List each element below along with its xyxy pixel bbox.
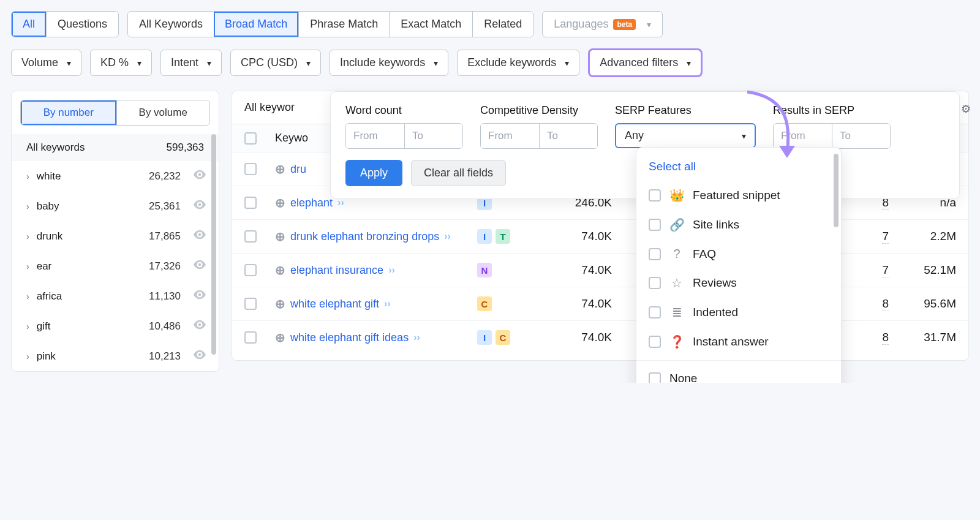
- add-icon[interactable]: ⊕: [275, 194, 285, 212]
- add-icon[interactable]: ⊕: [275, 227, 285, 246]
- keyword-link[interactable]: dru: [290, 161, 306, 178]
- checkbox[interactable]: [649, 277, 661, 289]
- sidebar-item-name: drunk: [37, 230, 141, 243]
- keyword-link[interactable]: white elephant gift ideas: [290, 330, 409, 346]
- add-icon[interactable]: ⊕: [275, 328, 285, 347]
- comp-density-from[interactable]: [481, 124, 539, 148]
- serp-features-select[interactable]: Any ▾: [615, 123, 756, 148]
- filter-exclude[interactable]: Exclude keywords▾: [457, 50, 579, 76]
- tab-questions[interactable]: Questions: [46, 12, 118, 37]
- checkbox[interactable]: [649, 336, 661, 348]
- sidebar-item[interactable]: › pink 10,213: [12, 341, 219, 371]
- add-icon[interactable]: ⊕: [275, 160, 285, 178]
- filter-volume[interactable]: Volume▾: [11, 50, 81, 76]
- tab-exact-match[interactable]: Exact Match: [389, 12, 472, 37]
- sidebar-header[interactable]: All keywords 599,363: [12, 134, 219, 161]
- filter-kd[interactable]: KD %▾: [90, 50, 152, 76]
- word-count-to[interactable]: [404, 124, 462, 148]
- sidebar-item[interactable]: › gift 10,486: [12, 311, 219, 341]
- sidebar-item-count: 26,232: [149, 170, 181, 183]
- eye-icon[interactable]: [193, 290, 206, 303]
- svg-point-4: [198, 293, 202, 296]
- double-chevron-icon[interactable]: ››: [388, 263, 395, 277]
- scrollbar[interactable]: [834, 154, 839, 227]
- eye-icon[interactable]: [193, 260, 206, 273]
- row-checkbox[interactable]: [244, 163, 257, 175]
- chevron-right-icon: ›: [26, 232, 29, 241]
- serp-feature-option[interactable]: ? FAQ: [636, 239, 841, 268]
- filter-advanced[interactable]: Advanced filters▾: [588, 48, 703, 77]
- checkbox[interactable]: [649, 372, 661, 383]
- row-checkbox[interactable]: [244, 298, 257, 310]
- filter-cpc[interactable]: CPC (USD)▾: [230, 50, 321, 76]
- eye-icon[interactable]: [193, 320, 206, 333]
- tab-all[interactable]: All: [12, 12, 46, 37]
- sidebar-item-name: gift: [37, 320, 141, 333]
- table-row: ⊕ white elephant gift ideas ›› IC 74.0K …: [232, 320, 968, 354]
- option-label: Featured snippet: [693, 189, 780, 202]
- double-chevron-icon[interactable]: ››: [444, 229, 451, 244]
- add-icon[interactable]: ⊕: [275, 261, 285, 279]
- word-count-from[interactable]: [346, 124, 404, 148]
- beta-badge: beta: [613, 19, 636, 30]
- select-all-checkbox[interactable]: [244, 132, 257, 145]
- filter-include[interactable]: Include keywords▾: [330, 50, 448, 76]
- results-to[interactable]: [832, 124, 890, 148]
- intent-cell: N: [477, 263, 532, 277]
- results-from[interactable]: [774, 124, 832, 148]
- comp-density-filter: Competitive Density: [480, 104, 598, 149]
- eye-icon[interactable]: [193, 350, 206, 363]
- option-label: Indented: [693, 306, 738, 319]
- serp-feature-option[interactable]: ≣ Indented: [636, 298, 841, 327]
- sidebar-item[interactable]: › drunk 17,865: [12, 221, 219, 251]
- serp-feature-option[interactable]: 👑 Featured snippet: [636, 181, 841, 210]
- double-chevron-icon[interactable]: ››: [413, 330, 420, 345]
- keyword-link[interactable]: white elephant gift: [290, 296, 379, 312]
- sort-by-volume[interactable]: By volume: [116, 100, 210, 125]
- languages-dropdown[interactable]: Languages beta ▾: [542, 11, 663, 37]
- sidebar-item[interactable]: › white 26,232: [12, 161, 219, 191]
- keyword-link[interactable]: elephant: [290, 195, 333, 211]
- serp-feature-option[interactable]: ❓ Instant answer: [636, 327, 841, 356]
- keyword-link[interactable]: drunk elephant bronzing drops: [290, 228, 439, 245]
- svg-point-2: [198, 233, 202, 236]
- sidebar-item[interactable]: › baby 25,361: [12, 191, 219, 221]
- row-checkbox[interactable]: [244, 197, 257, 209]
- serp-feature-option[interactable]: 🔗 Site links: [636, 210, 841, 239]
- checkbox[interactable]: [649, 219, 661, 231]
- apply-button[interactable]: Apply: [345, 160, 402, 186]
- row-checkbox[interactable]: [244, 331, 257, 344]
- tab-broad-match[interactable]: Broad Match: [214, 12, 298, 37]
- add-icon[interactable]: ⊕: [275, 295, 285, 313]
- gear-icon[interactable]: ⚙: [961, 102, 971, 116]
- scrollbar[interactable]: [211, 134, 216, 355]
- chevron-right-icon: ›: [26, 352, 29, 361]
- sidebar-item-name: white: [37, 170, 141, 183]
- sort-by-number[interactable]: By number: [21, 100, 116, 125]
- tab-all-keywords[interactable]: All Keywords: [128, 12, 214, 37]
- tab-related[interactable]: Related: [472, 12, 533, 37]
- select-all-option[interactable]: Select all: [636, 153, 841, 181]
- checkbox[interactable]: [649, 189, 661, 202]
- filter-intent[interactable]: Intent▾: [160, 50, 222, 76]
- option-none[interactable]: None: [636, 364, 841, 383]
- chevron-down-icon: ▾: [67, 58, 71, 68]
- sidebar: By number By volume All keywords 599,363…: [11, 91, 219, 372]
- sidebar-item[interactable]: › ear 17,326: [12, 251, 219, 281]
- tab-phrase-match[interactable]: Phrase Match: [298, 12, 389, 37]
- table-title: All keywor: [244, 101, 295, 114]
- clear-all-button[interactable]: Clear all fields: [411, 160, 506, 186]
- double-chevron-icon[interactable]: ››: [384, 296, 391, 311]
- eye-icon[interactable]: [193, 230, 206, 243]
- row-checkbox[interactable]: [244, 264, 257, 276]
- checkbox[interactable]: [649, 306, 661, 318]
- row-checkbox[interactable]: [244, 230, 257, 243]
- comp-density-to[interactable]: [539, 124, 597, 148]
- eye-icon[interactable]: [193, 170, 206, 183]
- serp-feature-option[interactable]: ☆ Reviews: [636, 268, 841, 298]
- keyword-link[interactable]: elephant insurance: [290, 262, 383, 279]
- checkbox[interactable]: [649, 248, 661, 260]
- sidebar-item[interactable]: › africa 11,130: [12, 281, 219, 311]
- sidebar-list: All keywords 599,363 › white 26,232 › ba…: [12, 134, 219, 371]
- eye-icon[interactable]: [193, 200, 206, 213]
